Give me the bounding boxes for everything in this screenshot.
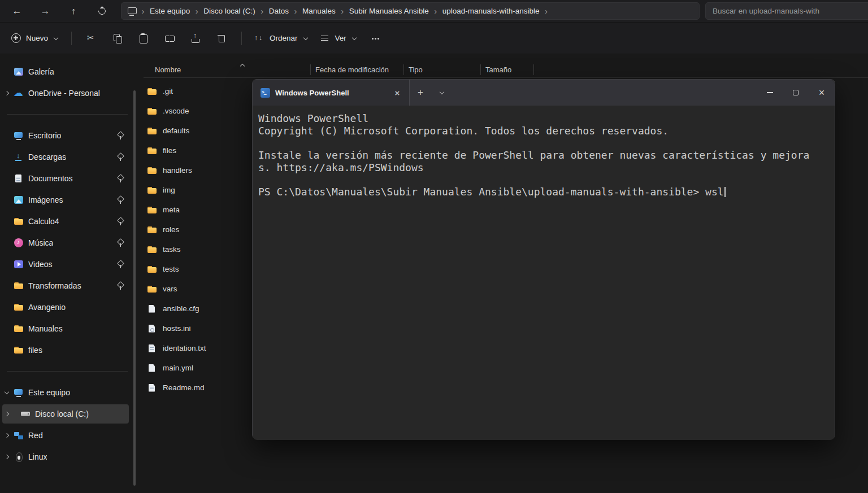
- breadcrumb-item[interactable]: upload-manuals-with-ansible: [441, 6, 541, 16]
- sidebar-item[interactable]: files: [2, 341, 129, 360]
- cut-button[interactable]: [79, 28, 105, 49]
- gallery-icon: [14, 67, 24, 77]
- expand-chevron-icon[interactable]: [3, 454, 9, 460]
- breadcrumb-separator-icon: [137, 6, 149, 16]
- view-button[interactable]: Ver: [314, 28, 363, 49]
- chevron-down-icon: [303, 36, 309, 41]
- sidebar-item-label: Manuales: [28, 324, 63, 333]
- sidebar-item-label: OneDrive - Personal: [28, 89, 100, 98]
- file-icon: [147, 304, 157, 314]
- folder-icon: [147, 225, 157, 235]
- sidebar-scrollbar[interactable]: [133, 90, 136, 486]
- chevron-down-icon: [351, 36, 357, 41]
- sidebar-item[interactable]: Disco local (C:): [2, 404, 129, 424]
- breadcrumb-item[interactable]: Manuales: [301, 6, 337, 16]
- expand-chevron-icon[interactable]: [3, 390, 9, 395]
- file-list-header: Nombre Fecha de modificación Tipo Tamaño: [144, 62, 868, 78]
- text-file-icon: [147, 343, 157, 354]
- sidebar-item-label: Música: [28, 238, 53, 247]
- minimize-button[interactable]: [757, 80, 783, 106]
- column-header-label: Tipo: [409, 66, 423, 74]
- pin-icon: [116, 217, 124, 226]
- sidebar-item[interactable]: Este equipo: [2, 383, 129, 402]
- column-header-type[interactable]: Tipo: [404, 62, 481, 77]
- sidebar-item[interactable]: Música: [2, 233, 129, 252]
- terminal-line: Windows PowerShell: [258, 112, 827, 125]
- ini-file-icon: [147, 324, 157, 334]
- sidebar-item[interactable]: Manuales: [2, 319, 129, 338]
- new-button[interactable]: Nuevo: [6, 28, 64, 49]
- expand-chevron-icon[interactable]: [3, 90, 9, 96]
- paste-button[interactable]: [131, 28, 157, 49]
- breadcrumb-item[interactable]: Disco local (C:): [202, 6, 257, 16]
- file-name: .git: [163, 87, 173, 95]
- tab-close-button[interactable]: [391, 86, 403, 99]
- delete-button[interactable]: [209, 28, 235, 49]
- new-tab-button[interactable]: [410, 80, 431, 106]
- folder-icon: [147, 185, 157, 195]
- sidebar-item-label: Disco local (C:): [35, 409, 89, 418]
- close-button[interactable]: [809, 80, 835, 106]
- sidebar-item[interactable]: Descargas: [2, 147, 129, 167]
- breadcrumb-separator-icon: [191, 6, 202, 16]
- maximize-button[interactable]: [783, 80, 809, 106]
- terminal-command: wsl: [705, 186, 724, 198]
- copy-icon: [112, 33, 123, 43]
- sidebar-item[interactable]: Calculo4: [2, 212, 129, 231]
- back-button[interactable]: [3, 2, 31, 20]
- sidebar-separator: [7, 114, 128, 115]
- refresh-button[interactable]: [88, 2, 115, 20]
- search-box[interactable]: Buscar en upload-manuals-with: [705, 2, 868, 20]
- sidebar-item[interactable]: Transformadas: [2, 276, 129, 295]
- minimize-icon: [767, 92, 773, 93]
- sidebar-item[interactable]: OneDrive - Personal: [2, 84, 129, 103]
- file-name: meta: [163, 206, 180, 214]
- terminal-line: [258, 174, 827, 186]
- sidebar-item-label: Este equipo: [28, 388, 70, 397]
- sidebar-item[interactable]: Imágenes: [2, 190, 129, 210]
- sidebar-item[interactable]: Videos: [2, 255, 129, 274]
- pin-icon: [116, 260, 124, 269]
- sidebar-item[interactable]: Escritorio: [2, 126, 129, 145]
- tab-dropdown-button[interactable]: [431, 80, 453, 106]
- folder-icon: [147, 86, 157, 97]
- terminal-titlebar[interactable]: Windows PowerShell: [253, 80, 835, 106]
- share-button[interactable]: [183, 28, 209, 49]
- expand-chevron-icon[interactable]: [3, 411, 9, 417]
- toolbar-divider: [241, 32, 242, 45]
- breadcrumb-separator-icon: [290, 6, 301, 16]
- copy-button[interactable]: [105, 28, 131, 49]
- breadcrumb[interactable]: Este equipo Disco local (C:) Datos Manua…: [121, 2, 700, 20]
- rename-button[interactable]: [157, 28, 183, 49]
- column-header-name[interactable]: Nombre: [144, 62, 311, 77]
- new-button-label: Nuevo: [26, 34, 48, 42]
- sidebar-item[interactable]: Linux: [2, 447, 129, 466]
- breadcrumb-separator-icon: [337, 6, 348, 16]
- terminal-output[interactable]: Windows PowerShell Copyright (C) Microso…: [253, 106, 835, 440]
- pin-icon: [116, 238, 124, 247]
- forward-button[interactable]: [32, 2, 59, 20]
- sidebar-item[interactable]: Red: [2, 426, 129, 445]
- sidebar-item[interactable]: Documentos: [2, 169, 129, 188]
- sidebar-item-label: Avangenio: [28, 303, 66, 312]
- pictures-icon: [14, 195, 24, 205]
- sidebar-item[interactable]: Galería: [2, 62, 129, 81]
- more-options-button[interactable]: [363, 28, 389, 49]
- column-header-date[interactable]: Fecha de modificación: [311, 62, 404, 77]
- breadcrumb-item[interactable]: Subir Manuales Ansible: [348, 6, 430, 16]
- cut-icon: [86, 33, 97, 43]
- drive-icon: [20, 409, 31, 419]
- terminal-tab[interactable]: Windows PowerShell: [253, 80, 410, 106]
- sidebar-item[interactable]: Avangenio: [2, 298, 129, 317]
- expand-chevron-icon[interactable]: [3, 433, 9, 438]
- command-bar: Nuevo Ordenar Ver: [0, 23, 868, 54]
- sort-button[interactable]: Ordenar: [249, 28, 314, 49]
- up-button[interactable]: [60, 2, 87, 20]
- new-icon: [11, 33, 21, 43]
- breadcrumb-item[interactable]: Datos: [268, 6, 290, 16]
- sidebar-item-label: Videos: [28, 260, 53, 269]
- column-header-size[interactable]: Tamaño: [481, 62, 534, 77]
- pin-icon: [116, 174, 124, 183]
- breadcrumb-item[interactable]: Este equipo: [149, 6, 191, 16]
- breadcrumb-separator-icon: [541, 6, 552, 16]
